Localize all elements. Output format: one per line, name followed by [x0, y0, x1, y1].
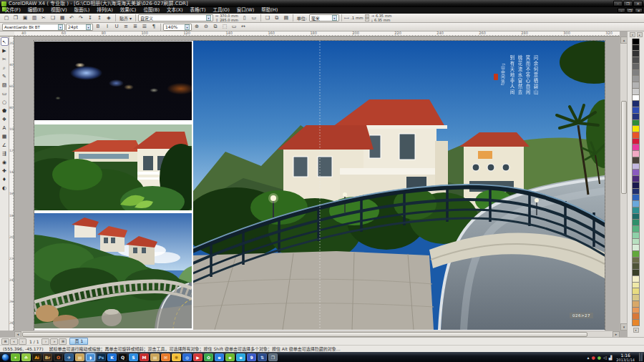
restore-button[interactable]: ❐: [623, 1, 633, 6]
color-swatch[interactable]: [632, 101, 640, 107]
taskbar-bridge-icon[interactable]: Br: [43, 353, 52, 361]
paste-icon[interactable]: ▦: [58, 14, 67, 22]
color-swatch[interactable]: [632, 263, 640, 270]
outline-tool[interactable]: ♦: [1, 175, 9, 183]
eyedropper-tool[interactable]: ✚: [1, 166, 9, 175]
palette-flyout-icon[interactable]: ◂: [630, 32, 635, 37]
connector-tool[interactable]: ⇶: [1, 149, 9, 157]
chevron-down-icon[interactable]: ▾: [206, 15, 211, 21]
taskbar-wangwang-icon[interactable]: ❋: [172, 353, 181, 361]
basic-shapes-tool[interactable]: ❖: [1, 114, 9, 123]
tray-update-icon[interactable]: ●: [597, 353, 601, 361]
photo-villa-forest[interactable]: [34, 124, 192, 210]
fill-tool[interactable]: ◐: [1, 183, 9, 192]
close-button[interactable]: ✕: [633, 1, 643, 6]
menu-item[interactable]: 帮助(H): [258, 7, 281, 14]
color-swatch[interactable]: [632, 245, 640, 251]
open-icon[interactable]: ❒: [11, 14, 20, 22]
zoom-out-icon[interactable]: ⊖: [202, 23, 210, 31]
align-center-button[interactable]: ≣: [131, 23, 140, 31]
menu-item[interactable]: 编辑(E): [24, 7, 47, 14]
menu-item[interactable]: 排列(A): [93, 7, 117, 14]
italic-button[interactable]: I: [103, 23, 112, 31]
color-swatch[interactable]: [632, 76, 640, 82]
color-swatch[interactable]: [632, 70, 640, 77]
color-swatch[interactable]: [632, 157, 640, 164]
dimension-tool[interactable]: ∠: [1, 140, 9, 149]
color-swatch[interactable]: [632, 313, 640, 320]
taskbar-maxthon-icon[interactable]: M: [140, 353, 149, 361]
taskbar-storm-player-icon[interactable]: ▶: [193, 353, 203, 361]
minimize-button[interactable]: –: [613, 1, 623, 6]
undo-icon[interactable]: ↶: [67, 14, 76, 22]
photo-stone-walkway[interactable]: [34, 213, 192, 328]
color-swatch[interactable]: [632, 151, 640, 157]
taskbar-usb-icon[interactable]: ⇅: [258, 353, 267, 361]
taskbar-folder-icon[interactable]: ▤: [75, 353, 84, 361]
zoom-in-icon[interactable]: ⊕: [192, 23, 201, 31]
menu-item[interactable]: 表格(T): [186, 7, 209, 14]
landscape-orientation-button[interactable]: ▭: [250, 14, 258, 22]
color-swatch[interactable]: [632, 45, 640, 52]
color-swatch[interactable]: [632, 270, 640, 276]
menu-item[interactable]: 版面(L): [71, 7, 94, 14]
chevron-down-icon[interactable]: ▾: [86, 24, 91, 30]
color-swatch[interactable]: [632, 164, 640, 170]
doc-restore-button[interactable]: ❐: [626, 8, 634, 13]
color-swatch[interactable]: [632, 320, 640, 326]
color-swatch[interactable]: [632, 95, 640, 102]
zoom-level-combobox[interactable]: 140% ▾: [163, 24, 192, 31]
application-launcher-icon[interactable]: ◈: [104, 14, 113, 22]
menu-item[interactable]: 位图(B): [140, 7, 163, 14]
shape-tool[interactable]: ▶: [1, 46, 9, 54]
freehand-tool[interactable]: ✎: [1, 72, 9, 80]
ellipse-tool[interactable]: ○: [1, 97, 9, 106]
color-swatch[interactable]: [632, 288, 640, 295]
add-page-button[interactable]: ⊞: [1, 338, 9, 345]
taskbar-window-icon[interactable]: ❐: [268, 353, 278, 361]
menu-item[interactable]: 效果(C): [117, 7, 140, 14]
color-swatch[interactable]: [632, 89, 640, 95]
taskbar-qvod-icon[interactable]: ✦: [11, 353, 20, 361]
color-swatch[interactable]: [632, 126, 640, 132]
color-swatch[interactable]: [632, 295, 640, 301]
horizontal-scrollbar[interactable]: ◂ ▸: [14, 331, 620, 337]
color-swatch[interactable]: [632, 283, 640, 289]
nudge-spinner[interactable]: ▴▾: [365, 14, 369, 21]
pick-tool[interactable]: ↖: [1, 37, 9, 46]
tray-volume-icon[interactable]: ◁: [603, 353, 607, 361]
start-button[interactable]: [1, 353, 9, 361]
polygon-tool[interactable]: ⬟: [1, 106, 9, 114]
palette-scroll-down-icon[interactable]: ▾: [633, 328, 639, 333]
color-swatch[interactable]: [632, 233, 640, 239]
color-swatch[interactable]: [632, 201, 640, 207]
color-swatch[interactable]: [632, 114, 640, 120]
smart-fill-tool[interactable]: ▨: [1, 80, 9, 89]
taskbar-kugou-icon[interactable]: K: [107, 353, 117, 361]
menu-item[interactable]: 窗口(W): [233, 7, 258, 14]
page-preset-combobox[interactable]: 自定义 ▾: [138, 14, 213, 21]
taskbar-sogou-explorer-icon[interactable]: e: [236, 353, 245, 361]
color-swatch[interactable]: [632, 258, 640, 264]
units-combobox[interactable]: 毫米 ▾: [309, 14, 339, 21]
color-swatch[interactable]: [632, 132, 640, 139]
snap-dropdown[interactable]: 贴齐 ▾: [119, 15, 132, 21]
vertical-ruler[interactable]: 20406080100120140160180200220240260280: [9, 36, 14, 331]
color-swatch[interactable]: [632, 120, 640, 127]
table-tool[interactable]: ▦: [1, 132, 9, 140]
ruler-origin-corner[interactable]: [0, 31, 14, 36]
color-swatch[interactable]: [632, 39, 640, 45]
current-page-button[interactable]: ⧉: [273, 14, 281, 22]
photo-night-scene[interactable]: [34, 41, 192, 120]
zoom-tool[interactable]: ⌕: [1, 63, 9, 72]
palette-scroll-up-icon[interactable]: ▴: [637, 32, 643, 37]
previous-page-button[interactable]: ‹: [19, 338, 26, 345]
menu-item[interactable]: 视图(V): [47, 7, 71, 14]
zoom-page-icon[interactable]: ▭: [230, 23, 238, 31]
color-swatch[interactable]: [632, 176, 640, 182]
color-swatch[interactable]: [632, 189, 640, 195]
color-swatch[interactable]: [632, 276, 640, 283]
text-tool[interactable]: A: [1, 123, 9, 132]
page-height-field[interactable]: 285.0 mm: [220, 18, 238, 22]
color-swatch[interactable]: [632, 182, 640, 189]
